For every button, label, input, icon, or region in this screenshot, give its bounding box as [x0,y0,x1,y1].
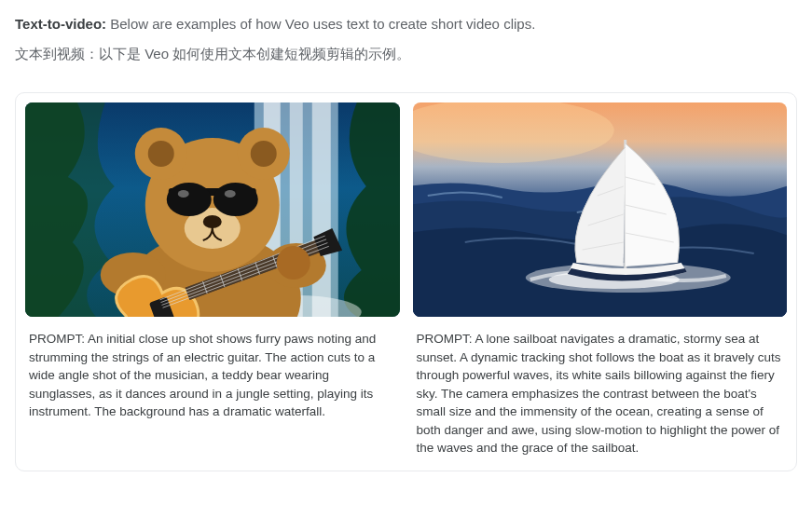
svg-point-18 [178,190,189,198]
section-heading: Text-to-video: Below are examples of how… [15,13,797,35]
prompt-text: A lone sailboat navigates a dramatic, st… [417,332,781,455]
svg-point-10 [148,141,174,167]
sailboat-illustration [413,102,788,317]
svg-point-33 [277,246,310,280]
svg-point-17 [213,183,258,216]
example-caption: PROMPT: A lone sailboat navigates a dram… [413,330,788,457]
heading-rest: Below are examples of how Veo uses text … [106,16,535,32]
prompt-label: PROMPT: [29,332,85,346]
example-caption: PROMPT: An initial close up shot shows f… [25,330,400,421]
teddy-bear-illustration [25,102,400,317]
svg-point-16 [167,183,212,216]
examples-card: PROMPT: An initial close up shot shows f… [15,92,797,471]
svg-rect-3 [312,102,331,317]
video-thumbnail-teddy-bear [25,102,400,317]
svg-point-19 [225,190,236,198]
heading-bold: Text-to-video: [15,16,106,32]
svg-point-12 [251,141,277,167]
svg-point-14 [203,215,222,228]
svg-point-34 [413,102,614,163]
example-teddy-bear: PROMPT: An initial close up shot shows f… [25,102,400,457]
video-thumbnail-sailboat [413,102,788,317]
prompt-label: PROMPT: [417,332,473,346]
example-sailboat: PROMPT: A lone sailboat navigates a dram… [413,102,788,457]
section-subheading-zh: 文本到视频：以下是 Veo 如何使用文本创建短视频剪辑的示例。 [15,41,797,66]
